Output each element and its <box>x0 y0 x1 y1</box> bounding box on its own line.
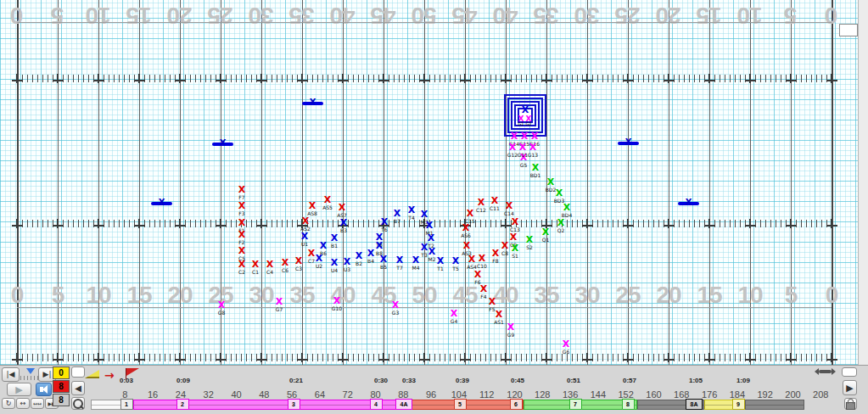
drill-marker[interactable]: XC14 <box>503 201 515 213</box>
drill-marker[interactable]: XB3 <box>338 218 350 230</box>
drill-marker[interactable]: XAS3 <box>461 241 473 253</box>
drill-marker[interactable]: XG10 <box>331 296 343 308</box>
drill-marker[interactable]: XM1 <box>423 221 435 232</box>
count-number[interactable]: 192 <box>754 389 776 400</box>
red-flag-icon[interactable] <box>126 368 139 376</box>
drill-marker[interactable]: XG9 <box>505 322 517 334</box>
drill-marker[interactable]: XG13 <box>527 143 539 154</box>
yard-number-bottom: 10 <box>730 282 770 309</box>
yard-hash-tick <box>16 219 18 228</box>
zoom-button[interactable] <box>71 397 85 410</box>
yard-number-bottom: 35 <box>282 282 322 309</box>
pan-button[interactable]: ↔ <box>16 398 30 409</box>
drill-marker[interactable]: XC11 <box>489 196 501 208</box>
drill-marker[interactable]: XC13 <box>509 217 521 229</box>
timeline-timestamp: 0:57 <box>623 377 636 384</box>
drill-marker[interactable]: XF7 <box>236 185 248 197</box>
sound-button[interactable] <box>36 383 52 396</box>
drill-marker[interactable]: XF1 <box>236 218 248 230</box>
timeline-segment[interactable] <box>745 400 804 410</box>
count-number[interactable]: 208 <box>809 389 832 400</box>
count-number[interactable]: 200 <box>782 389 804 400</box>
count-number[interactable]: 32 <box>198 389 220 400</box>
drill-marker[interactable]: XAS1 <box>493 310 505 322</box>
timeline-segment[interactable] <box>412 400 524 410</box>
drill-marker[interactable]: X <box>519 105 531 117</box>
loop-button[interactable]: ↻ <box>2 398 15 409</box>
drill-marker[interactable]: XBD2 <box>545 177 557 189</box>
counter-red[interactable]: 8 <box>53 380 70 393</box>
drill-marker[interactable]: XBD4 <box>561 203 573 215</box>
yard-number-top: 45 <box>445 2 485 29</box>
count-number[interactable]: 96 <box>420 389 442 400</box>
count-number[interactable]: 16 <box>142 389 164 400</box>
drill-marker[interactable]: XAS6 <box>460 223 472 235</box>
drill-marker[interactable]: XC5 <box>236 246 248 258</box>
drill-marker[interactable]: XU1 <box>299 232 311 243</box>
expand-button[interactable]: ↔↔ <box>31 398 44 409</box>
counter-yellow[interactable]: 0 <box>53 366 70 379</box>
yard-line <box>17 0 19 365</box>
count-number[interactable]: 160 <box>643 389 665 400</box>
drill-marker[interactable]: XAS5 <box>322 195 333 207</box>
drill-marker[interactable]: XF2 <box>236 230 248 242</box>
drill-marker[interactable]: XG8 <box>216 300 227 312</box>
segment-box[interactable]: 4 <box>370 399 383 410</box>
tempo-ramp-icon[interactable] <box>85 370 99 378</box>
count-number[interactable]: 144 <box>587 389 609 400</box>
white-indicator-box[interactable] <box>71 366 85 378</box>
tempo-marker-icon[interactable] <box>26 368 35 374</box>
drill-marker[interactable]: XF4 <box>478 284 490 296</box>
count-number[interactable]: 48 <box>253 389 275 400</box>
segment-box[interactable]: 8A <box>686 399 703 410</box>
drill-marker[interactable]: XAS2 <box>300 216 311 228</box>
skip-to-start-button[interactable]: |◀ <box>2 367 20 382</box>
drill-marker[interactable]: XF5 <box>486 297 498 309</box>
count-number[interactable]: 128 <box>531 389 553 400</box>
drill-marker[interactable]: XB1 <box>328 233 340 245</box>
drill-marker[interactable]: XG6 <box>560 339 572 351</box>
segment-box[interactable]: 9 <box>732 399 745 410</box>
marker-label: F2 <box>227 239 257 245</box>
drill-marker[interactable]: XG7 <box>273 297 285 309</box>
drill-marker[interactable]: XT4 <box>406 205 417 217</box>
lock-button[interactable] <box>844 398 857 410</box>
field-canvas[interactable]: 0055101015152020252530303535404045455050… <box>0 0 859 365</box>
segment-box[interactable]: 5 <box>454 399 467 410</box>
right-white-box[interactable] <box>842 367 857 377</box>
segment-box[interactable]: 3 <box>288 399 300 410</box>
playback-toolbar: |◀ ▶| ▶ ↻ ↔ ↔↔ ▶▶ 0 8 8 ◀ → <box>0 365 868 414</box>
step-back-button[interactable]: ◀ <box>71 381 85 395</box>
drill-marker[interactable]: XG4 <box>448 309 460 321</box>
drill-marker[interactable]: XU2 <box>313 254 325 266</box>
segment-box[interactable]: 6 <box>510 399 523 410</box>
drill-marker[interactable]: XQ2 <box>555 218 567 230</box>
drill-marker[interactable]: XG3 <box>389 300 401 312</box>
count-number[interactable]: 64 <box>309 389 331 400</box>
segment-box[interactable]: 4A <box>395 399 412 410</box>
segment-box[interactable]: 2 <box>176 399 189 410</box>
drill-marker[interactable]: XM4 <box>410 255 422 267</box>
count-number[interactable]: 112 <box>476 389 498 400</box>
mini-scroll-box[interactable] <box>839 24 858 36</box>
drill-marker[interactable]: XF3 <box>236 201 248 213</box>
yard-hash-tick <box>57 353 59 362</box>
segment-box[interactable]: 8 <box>622 399 635 410</box>
drill-marker[interactable]: XB8 <box>373 241 385 253</box>
marker-label: F8 <box>480 258 511 264</box>
advance-button[interactable]: ▶ <box>843 380 857 395</box>
drill-marker[interactable]: XF6 <box>472 270 484 282</box>
marker-label: Q1 <box>530 237 561 243</box>
segment-box[interactable]: 1 <box>120 399 133 410</box>
drag-handle-icon[interactable] <box>819 370 832 373</box>
count-number[interactable]: 40 <box>226 389 248 400</box>
drill-marker[interactable]: XB6 <box>317 241 329 253</box>
count-number[interactable]: 72 <box>337 389 359 400</box>
play-button[interactable]: ▶ <box>7 383 31 396</box>
drill-marker[interactable]: XAS7 <box>336 203 348 215</box>
timeline-timestamp: 0:21 <box>289 377 303 384</box>
segment-box[interactable]: 7 <box>569 399 582 410</box>
counter-gray[interactable]: 8 <box>53 394 70 406</box>
yard-hash-tick <box>668 353 669 362</box>
red-arrow-icon[interactable]: → <box>104 371 115 379</box>
